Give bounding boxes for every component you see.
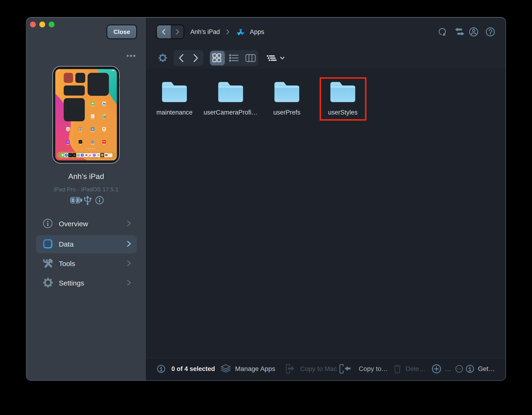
svg-text:20:47: 20:47 [57,70,60,71]
svg-text:f: f [82,154,83,156]
svg-text:360: 360 [103,141,105,142]
svg-text:Ps: Ps [69,154,71,156]
svg-text:tv: tv [80,141,81,143]
svg-text:Ai: Ai [74,154,75,156]
